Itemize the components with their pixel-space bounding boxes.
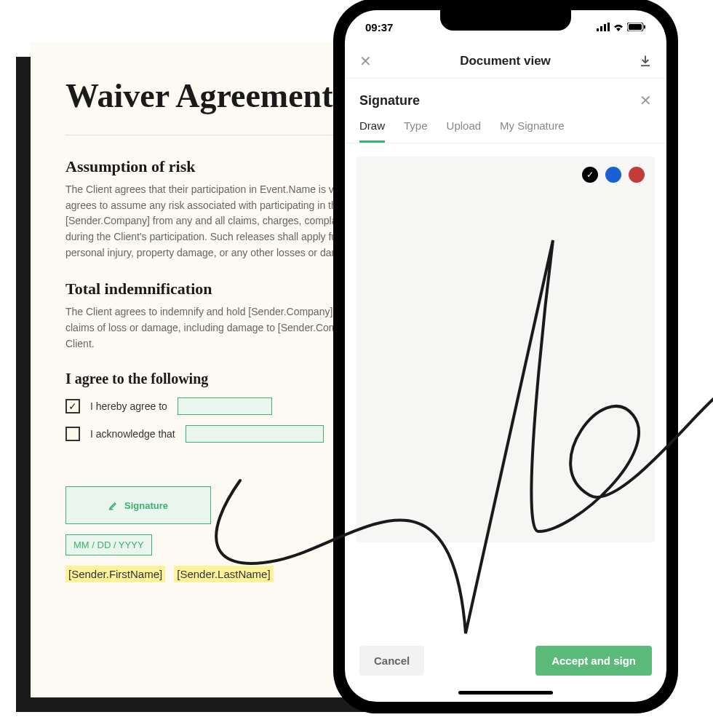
header-title: Document view [460,54,551,68]
checkbox-2[interactable] [65,427,80,441]
tab-type[interactable]: Type [404,119,428,143]
svg-rect-6 [644,25,645,29]
signature-tabs: Draw Type Upload My Signature [345,109,666,143]
color-blue[interactable] [605,167,621,183]
agree-slot-1[interactable] [178,397,272,415]
phone-screen: 09:37 ✕ Document view Signature ✕ Draw T… [345,10,666,702]
token-lastname: [Sender.LastName] [174,566,273,582]
phone-frame: 09:37 ✕ Document view Signature ✕ Draw T… [335,0,677,712]
signature-button[interactable]: Signature [65,486,211,524]
svg-rect-7 [641,65,650,66]
color-red[interactable] [629,167,645,183]
date-field[interactable]: MM / DD / YYYY [65,534,152,555]
token-firstname: [Sender.FirstName] [65,566,165,582]
close-icon[interactable]: ✕ [359,52,372,70]
check-icon: ✓ [68,400,77,412]
battery-icon [627,23,646,31]
tab-upload[interactable]: Upload [447,119,482,143]
action-bar: Cancel Accept and sign [345,646,666,676]
pen-icon [108,500,119,510]
signature-header: Signature ✕ [345,79,666,109]
status-time: 09:37 [365,21,393,33]
signature-close-icon[interactable]: ✕ [640,92,652,109]
svg-rect-3 [608,23,610,31]
svg-rect-5 [629,24,642,30]
svg-rect-2 [604,24,606,31]
accept-button[interactable]: Accept and sign [535,646,652,676]
signature-canvas[interactable] [356,157,655,542]
agree-label-1: I hereby agree to [90,400,167,412]
checkbox-1[interactable]: ✓ [65,399,80,414]
cellular-icon [597,23,610,31]
tab-draw[interactable]: Draw [359,119,385,143]
phone-notch [440,10,571,31]
download-icon[interactable] [639,55,652,68]
tab-my-signature[interactable]: My Signature [500,119,564,143]
status-icons [597,23,646,31]
agree-label-2: I acknowledge that [90,428,175,440]
color-picker [582,167,645,183]
svg-rect-0 [597,28,599,31]
signature-button-label: Signature [124,500,168,511]
cancel-button[interactable]: Cancel [359,646,424,676]
svg-rect-1 [600,26,602,31]
home-indicator [458,691,553,695]
color-black[interactable] [582,167,598,183]
agree-slot-2[interactable] [186,425,324,443]
wifi-icon [613,23,624,31]
signature-title: Signature [359,93,420,108]
app-header: ✕ Document view [345,44,666,79]
